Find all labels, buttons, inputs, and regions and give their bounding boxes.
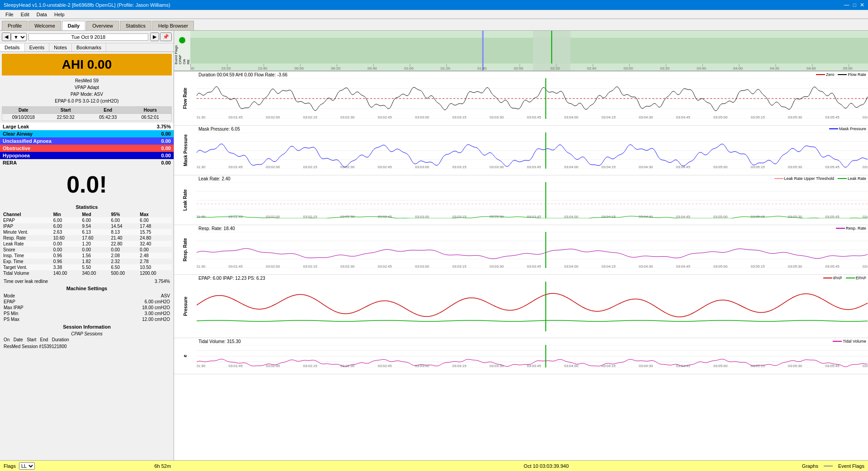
flow-rate-legend: Zero Flow Rate: [816, 72, 866, 77]
si-hours-header: Hours: [129, 107, 172, 114]
stats-cell: Insp. Time: [2, 253, 52, 259]
resp-canvas[interactable]: [197, 232, 868, 268]
stats-cell: 8.13: [109, 229, 138, 235]
stats-cell: 6.00: [138, 217, 172, 223]
stats-row: Leak Rate0.001.2022.8032.40: [2, 241, 172, 247]
leak-upper-legend: Leak Rate Upper Threshold: [774, 176, 834, 181]
window-controls[interactable]: — □ ✕: [844, 2, 864, 8]
tab-help-browser[interactable]: Help Browser: [152, 21, 194, 30]
epap-legend: EPAP: [846, 276, 866, 280]
stats-row: Resp. Rate10.6017.6021.4024.80: [2, 235, 172, 241]
stats-cell: 5.50: [81, 264, 110, 270]
device-mode: VPAP Adapt: [2, 84, 172, 91]
leak-canvas[interactable]: [197, 182, 868, 218]
subtab-bookmarks[interactable]: Bookmarks: [72, 43, 106, 52]
menu-help[interactable]: Help: [51, 11, 68, 18]
leak-rate-legend-item: Leak Rate: [838, 176, 866, 181]
stats-cell: 0.00: [138, 247, 172, 253]
mask-canvas[interactable]: [197, 132, 868, 169]
leak-rate-title: Leak Rate: 2.40: [197, 175, 868, 182]
flow-rate-legend-zero: Zero: [816, 72, 835, 77]
pressure-chart: Pressure EPAP: 6.00 IPAP: 12.23 PS: 6.23…: [174, 275, 868, 338]
overview-chart[interactable]: Event FlagsCPAPOARE: [174, 31, 868, 71]
machine-setting-row: ModeASV: [2, 293, 172, 299]
si-end-header: End: [87, 107, 129, 114]
nav-forward-button[interactable]: ▶: [150, 33, 159, 41]
machine-setting-row: Max IPAP18.00 cmH2O: [2, 305, 172, 311]
leak-rate-y-label: Leak Rate: [174, 175, 197, 225]
menu-edit[interactable]: Edit: [17, 11, 33, 18]
tidal-volume-inner: Tidal Volume: 315.30 Tidal Volume: [197, 338, 868, 367]
tidal-volume-chart: e Tidal Volume: 315.30 Tidal Volume: [174, 338, 868, 374]
stats-cell: 17.48: [138, 223, 172, 229]
subtab-events[interactable]: Events: [25, 43, 50, 52]
stats-cell: 2.32: [109, 259, 138, 264]
tab-overview[interactable]: Overview: [86, 21, 119, 30]
tidal-canvas[interactable]: [197, 345, 868, 367]
nav-calendar-dropdown[interactable]: ▼: [11, 33, 27, 41]
tab-profile[interactable]: Profile: [2, 21, 28, 30]
tab-statistics[interactable]: Statistics: [120, 21, 151, 30]
date-display: Tue Oct 9 2018: [28, 33, 148, 41]
nav-pin-button[interactable]: 📌: [160, 33, 172, 41]
stats-cell: 10.50: [138, 264, 172, 270]
stats-col-channel: Channel: [2, 212, 52, 217]
tab-welcome[interactable]: Welcome: [28, 21, 61, 30]
si-hours-val: 06:52:01: [129, 114, 172, 121]
stats-col-95%: 95%: [109, 212, 138, 217]
resp-rate-legend-item: Resp. Rate: [836, 226, 866, 231]
stats-cell: 0.96: [52, 253, 81, 259]
stats-cell: IPAP: [2, 223, 52, 229]
stats-cell: 0.00: [52, 247, 81, 253]
menu-data[interactable]: Data: [33, 11, 51, 18]
minimize-button[interactable]: —: [844, 2, 849, 8]
flow-canvas[interactable]: [197, 78, 868, 119]
maximize-button[interactable]: □: [853, 2, 856, 8]
stats-cell: 2.63: [52, 229, 81, 235]
stats-cell: 32.40: [138, 241, 172, 247]
tidal-volume-legend: Tidal Volume: [833, 339, 866, 344]
flag-indicator-1[interactable]: [179, 37, 185, 43]
close-button[interactable]: ✕: [860, 2, 864, 8]
title-bar-text: SleepyHead v1.1.0-unstable-2 [8e6968fb O…: [4, 2, 170, 8]
stats-row: Target Vent.3.385.506.5010.50: [2, 264, 172, 270]
flow-rate-title: Duration 00:04:59 AHI 0.00 Flow Rate: -3…: [197, 71, 868, 78]
menu-file[interactable]: File: [2, 11, 17, 18]
status-bar: Flags LL 6h 52m Oct 10 03:03:39.940 Grap…: [0, 460, 868, 471]
stats-cell: 0.00: [52, 241, 81, 247]
event-flags-label: Event Flags: [838, 463, 864, 469]
stats-cell: 1.82: [81, 259, 110, 264]
stats-cell: Exp. Time: [2, 259, 52, 264]
stats-cell: Snore: [2, 247, 52, 253]
stats-cell: 6.00: [52, 217, 81, 223]
statusbar-right: Graphs Event Flags: [802, 463, 864, 469]
stats-section: Statistics ChannelMinMed95%Max EPAP6.006…: [2, 204, 172, 284]
flow-rate-y-label: Flow Rate: [174, 71, 197, 125]
subtab-details[interactable]: Details: [0, 43, 25, 52]
pressure-y-label: Pressure: [174, 275, 197, 338]
tidal-volume-y-label: e: [174, 338, 197, 374]
tab-daily[interactable]: Daily: [62, 21, 85, 30]
device-name: ResMed S9: [2, 77, 172, 84]
leak-rate-inner: Leak Rate: 2.40 Leak Rate Upper Threshol…: [197, 175, 868, 218]
right-panel[interactable]: Event FlagsCPAPOARE Flow Rate Duration 0…: [174, 31, 868, 460]
pressure-canvas[interactable]: [197, 282, 868, 331]
stats-cell: Tidal Volume: [2, 270, 52, 276]
stats-cell: 6.00: [81, 217, 110, 223]
menu-bar: File Edit Data Help: [0, 10, 868, 19]
stats-cell: 17.60: [81, 235, 110, 241]
stats-row: Snore0.000.000.000.00: [2, 247, 172, 253]
stats-row: IPAP6.009.5414.5417.48: [2, 223, 172, 229]
flow-rate-inner: Duration 00:04:59 AHI 0.00 Flow Rate: -3…: [197, 71, 868, 119]
session-cols: On Date Start End Duration: [4, 337, 69, 342]
nav-back-button[interactable]: ◀: [2, 33, 11, 41]
subtab-notes[interactable]: Notes: [49, 43, 72, 52]
stats-cell: Target Vent.: [2, 264, 52, 270]
overview-canvas[interactable]: [190, 31, 868, 71]
events-list: Large Leak3.75%Clear Airway0.00Unclassif…: [0, 123, 174, 166]
stats-cell: 0.00: [81, 247, 110, 253]
mask-pressure-inner: Mask Pressure: 6.05 Mask Pressure: [197, 126, 868, 169]
flags-dropdown[interactable]: LL: [19, 462, 35, 470]
event-row-obstructive: Obstructive0.00: [0, 145, 174, 152]
pressure-inner: EPAP: 6.00 IPAP: 12.23 PS: 6.23 IPAP EPA…: [197, 275, 868, 331]
